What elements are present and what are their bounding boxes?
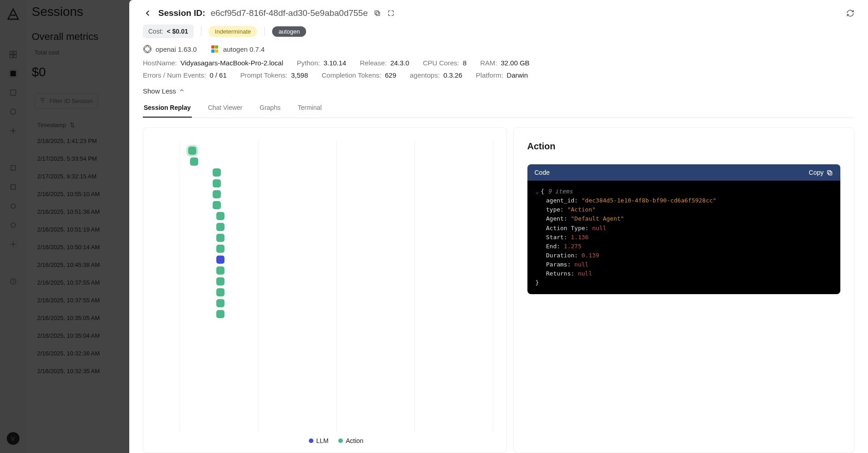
ram-label: RAM: <box>480 59 497 67</box>
waterfall-action-node[interactable] <box>213 201 221 209</box>
svg-rect-11 <box>376 12 380 15</box>
prompt-label: Prompt Tokens: <box>240 71 288 79</box>
waterfall-action-node[interactable] <box>216 266 224 275</box>
platform-value: Darwin <box>507 71 528 79</box>
ram-value: 32.00 GB <box>501 59 529 67</box>
cpu-value: 8 <box>463 59 466 67</box>
user-avatar[interactable]: V <box>7 432 20 445</box>
show-less-toggle[interactable]: Show Less <box>143 87 854 95</box>
errors-label: Errors / Num Events: <box>143 71 206 79</box>
legend: LLM Action <box>180 437 493 444</box>
copy-id-icon[interactable] <box>373 9 381 17</box>
sdk-autogen: autogen 0.7.4 <box>210 44 265 54</box>
agentops-value: 0.3.26 <box>444 71 463 79</box>
copy-icon <box>826 169 833 176</box>
waterfall-grid <box>180 141 493 432</box>
legend-llm-dot <box>309 438 313 443</box>
divider <box>201 27 201 36</box>
waterfall-action-node[interactable] <box>190 158 198 166</box>
app-logo <box>5 6 21 22</box>
code-block: Code Copy ⌄{ 9 items agent_id: "dec384d5… <box>527 164 841 294</box>
json-collapse-caret[interactable]: ⌄ <box>536 188 539 195</box>
openai-logo-icon <box>143 44 152 54</box>
svg-rect-1 <box>14 51 16 54</box>
json-item-count: 9 items <box>548 188 573 195</box>
code-header-label: Code <box>535 169 550 176</box>
waterfall-action-node[interactable] <box>216 245 224 253</box>
nav-sessions-icon[interactable] <box>9 69 18 78</box>
session-detail-modal: Session ID: e6cf95d7-816f-48df-ad30-5e9a… <box>129 0 868 453</box>
bg-filter-input[interactable]: Filter ID Session <box>34 93 98 109</box>
sort-icon[interactable]: ⇅ <box>70 122 75 128</box>
svg-point-13 <box>144 45 151 53</box>
waterfall-action-node[interactable] <box>216 234 224 242</box>
errors-value: 0 / 61 <box>210 71 227 79</box>
sdk-openai-label: openai 1.63.0 <box>156 45 197 53</box>
filter-placeholder: Filter ID Session <box>49 98 93 104</box>
nav-item-7-icon[interactable] <box>9 182 18 192</box>
chevron-up-icon <box>179 87 185 95</box>
legend-action: Action <box>338 437 363 444</box>
status-badge: Indeterminate <box>209 26 258 37</box>
nav-item-9-icon[interactable] <box>9 221 18 230</box>
waterfall-action-node[interactable] <box>216 299 224 307</box>
nav-dashboard-icon[interactable] <box>9 50 18 59</box>
waterfall-action-node[interactable] <box>216 277 224 286</box>
legend-action-label: Action <box>346 437 363 444</box>
nav-item-4-icon[interactable] <box>9 107 18 116</box>
waterfall-llm-node[interactable] <box>216 256 224 264</box>
waterfall-action-node[interactable] <box>213 190 221 198</box>
waterfall-action-node[interactable] <box>216 212 224 220</box>
waterfall-action-node[interactable] <box>188 147 196 155</box>
refresh-icon[interactable] <box>846 9 854 17</box>
waterfall-action-node[interactable] <box>216 288 224 296</box>
cost-value: < $0.01 <box>167 28 188 35</box>
meta-row-1: HostName:Vidyasagars-MacBook-Pro-2.local… <box>143 59 854 67</box>
expand-icon[interactable] <box>387 9 395 17</box>
tab-session-replay[interactable]: Session Replay <box>143 104 192 118</box>
meta-row-2: Errors / Num Events:0 / 61 Prompt Tokens… <box>143 71 854 79</box>
tab-graphs[interactable]: Graphs <box>259 104 282 118</box>
svg-point-9 <box>12 243 14 245</box>
session-id-value: e6cf95d7-816f-48df-ad30-5e9aba0d755e <box>210 8 368 18</box>
nav-item-6-icon[interactable] <box>9 163 18 172</box>
modal-header: Session ID: e6cf95d7-816f-48df-ad30-5e9a… <box>143 8 854 18</box>
waterfall-action-node[interactable] <box>216 310 224 318</box>
waterfall-action-node[interactable] <box>213 168 221 177</box>
sdk-row: openai 1.63.0 autogen 0.7.4 <box>143 44 854 54</box>
agent-tag-badge: autogen <box>272 26 306 37</box>
action-panel-title: Action <box>527 141 841 152</box>
cost-badge: Cost: < $0.01 <box>143 25 194 38</box>
legend-llm-label: LLM <box>316 437 328 444</box>
badge-row: Cost: < $0.01 Indeterminate autogen <box>143 25 854 38</box>
nav-item-3-icon[interactable] <box>9 88 18 97</box>
cpu-label: CPU Cores: <box>423 59 459 67</box>
waterfall-action-node[interactable] <box>213 179 221 187</box>
svg-rect-3 <box>14 55 16 58</box>
tab-terminal[interactable]: Terminal <box>297 104 322 118</box>
timestamp-header[interactable]: Timestamp <box>37 122 66 128</box>
microsoft-logo-icon <box>210 44 219 54</box>
nav-settings-icon[interactable] <box>9 240 18 249</box>
legend-action-dot <box>338 438 343 443</box>
completion-value: 629 <box>385 71 396 79</box>
nav-item-8-icon[interactable] <box>9 202 18 211</box>
tabs: Session Replay Chat Viewer Graphs Termin… <box>143 104 854 118</box>
divider <box>264 27 265 36</box>
waterfall-action-node[interactable] <box>216 223 224 231</box>
nav-item-11-icon[interactable] <box>9 277 18 286</box>
action-detail-panel: Action Code Copy ⌄{ 9 items agent_id: "d… <box>513 127 855 453</box>
sdk-autogen-label: autogen 0.7.4 <box>223 45 265 53</box>
svg-rect-15 <box>828 170 831 174</box>
prompt-value: 3,598 <box>291 71 308 79</box>
copy-code-button[interactable]: Copy <box>809 169 833 176</box>
svg-rect-4 <box>10 71 16 76</box>
code-body[interactable]: ⌄{ 9 items agent_id: "dec384d5-1e10-4f8b… <box>527 181 841 294</box>
release-label: Release: <box>360 59 386 67</box>
back-button[interactable] <box>143 8 153 18</box>
tab-chat-viewer[interactable]: Chat Viewer <box>207 104 244 118</box>
agentops-label: agentops: <box>410 71 440 79</box>
svg-point-6 <box>10 109 16 114</box>
svg-point-7 <box>11 204 15 208</box>
nav-item-5-icon[interactable] <box>9 126 18 135</box>
